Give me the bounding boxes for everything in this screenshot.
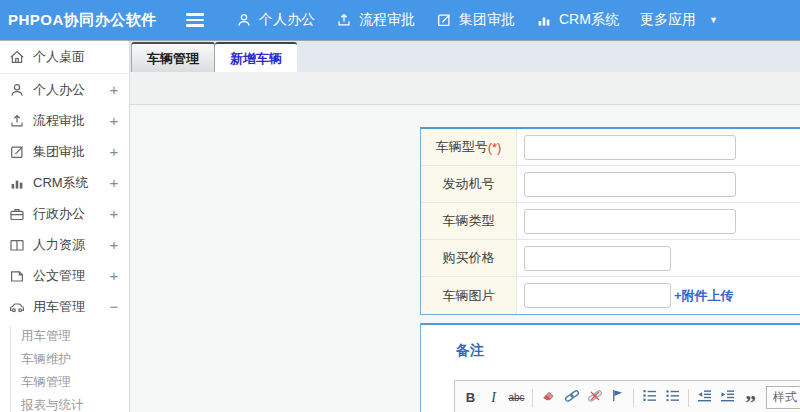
user-icon: [9, 82, 25, 98]
remove-format-button[interactable]: [537, 386, 560, 410]
home-icon: [9, 49, 25, 65]
anchor-flag-button[interactable]: [606, 386, 629, 410]
tab-vehicle-management[interactable]: 车辆管理: [131, 42, 215, 72]
strikethrough-button[interactable]: abc: [505, 386, 528, 410]
caret-down-icon[interactable]: ▼: [709, 15, 718, 25]
nav-group-approval[interactable]: 集团审批: [436, 11, 515, 29]
car-icon: [9, 299, 25, 315]
submenu-item-vehicle-management[interactable]: 车辆管理: [0, 371, 129, 394]
toolbar-separator: [688, 389, 689, 407]
toolbar-separator: [532, 389, 533, 407]
flag-icon: [610, 388, 625, 407]
richtext-editor-toolbar: B I abc: [454, 380, 800, 412]
toolbar-strip: [130, 72, 800, 105]
link-button[interactable]: [560, 386, 583, 410]
collapse-minus[interactable]: −: [108, 298, 120, 315]
sidebar-item-group-approval[interactable]: 集团审批 +: [0, 136, 129, 167]
indent-button[interactable]: [716, 386, 739, 410]
upload-icon: [9, 113, 25, 129]
expand-plus[interactable]: +: [108, 112, 120, 129]
vehicle-image-input[interactable]: [524, 283, 671, 308]
unlink-icon[interactable]: [583, 386, 606, 410]
form-row-model: 车辆型号(*): [421, 129, 800, 166]
form-row-engine: 发动机号: [421, 166, 800, 203]
bullet-list-button[interactable]: [661, 386, 684, 410]
content-area: 车辆型号(*) 发动机号 车辆类型: [130, 105, 800, 412]
sidebar-item-documents[interactable]: 公文管理 +: [0, 260, 129, 291]
remarks-title: 备注: [456, 342, 800, 360]
vehicle-submenu: 用车管理 车辆维护 车辆管理 报表与统计: [0, 322, 129, 412]
menu-toggle-button[interactable]: [186, 10, 204, 30]
app-header: PHPOA协同办公软件 个人办公 流程审批 集团审批: [0, 0, 800, 40]
remarks-section: 备注 B I abc: [420, 323, 800, 412]
expand-plus[interactable]: +: [108, 205, 120, 222]
tab-bar: 车辆管理 新增车辆: [130, 40, 800, 72]
bullet-list-icon: [665, 388, 680, 407]
expand-plus[interactable]: +: [108, 143, 120, 160]
indent-icon: [720, 388, 735, 407]
form-row-type: 车辆类型: [421, 203, 800, 240]
bar-chart-icon: [9, 175, 25, 191]
blockquote-button[interactable]: ”: [739, 386, 762, 410]
italic-button[interactable]: I: [482, 386, 505, 410]
attachment-upload-link[interactable]: +附件上传: [674, 287, 734, 305]
form-row-image: 车辆图片 +附件上传: [421, 277, 800, 314]
sidebar-item-admin-office[interactable]: 行政办公 +: [0, 198, 129, 229]
form-row-price: 购买价格: [421, 240, 800, 277]
expand-plus[interactable]: +: [108, 267, 120, 284]
tab-add-vehicle[interactable]: 新增车辆: [215, 42, 297, 72]
outdent-button[interactable]: [693, 386, 716, 410]
expand-plus[interactable]: +: [108, 81, 120, 98]
sidebar-item-hr[interactable]: 人力资源 +: [0, 229, 129, 260]
outdent-icon: [697, 388, 712, 407]
toolbar-separator: [633, 389, 634, 407]
document-icon: [9, 268, 25, 284]
field-label: 购买价格: [443, 249, 495, 267]
briefcase-icon: [9, 206, 25, 222]
sidebar-item-personal-office[interactable]: 个人办公 +: [0, 74, 129, 105]
edit-icon: [436, 12, 452, 28]
required-marker: (*): [488, 140, 502, 155]
sidebar: 个人桌面 个人办公 + 流程审批 +: [0, 40, 130, 412]
expand-plus[interactable]: +: [108, 174, 120, 191]
nav-crm-system[interactable]: CRM系统: [536, 11, 619, 29]
nav-more-apps[interactable]: 更多应用: [640, 11, 696, 29]
expand-plus[interactable]: +: [108, 236, 120, 253]
sidebar-item-crm[interactable]: CRM系统 +: [0, 167, 129, 198]
main-area: 车辆管理 新增车辆 车辆型号(*) 发动机号: [130, 40, 800, 412]
field-label: 车辆类型: [443, 212, 495, 230]
field-label: 车辆图片: [443, 287, 495, 305]
eraser-icon: [541, 388, 556, 407]
link-icon: [564, 388, 580, 408]
user-icon: [236, 12, 252, 28]
bar-chart-icon: [536, 12, 552, 28]
top-navigation: 个人办公 流程审批 集团审批 CRM系统 更多应用: [236, 11, 718, 29]
sidebar-item-process-approval[interactable]: 流程审批 +: [0, 105, 129, 136]
bold-button[interactable]: B: [459, 386, 482, 410]
nav-process-approval[interactable]: 流程审批: [336, 11, 415, 29]
app-title: PHPOA协同办公软件: [8, 11, 158, 30]
purchase-price-input[interactable]: [524, 246, 671, 271]
vehicle-model-input[interactable]: [524, 135, 736, 160]
ordered-list-icon: [642, 388, 657, 407]
upload-icon: [336, 12, 352, 28]
style-dropdown[interactable]: 样式 ▼: [766, 386, 800, 409]
field-label: 车辆型号: [436, 138, 488, 156]
field-label: 发动机号: [443, 175, 495, 193]
ordered-list-button[interactable]: [638, 386, 661, 410]
vehicle-type-input[interactable]: [524, 209, 736, 234]
submenu-item-vehicle-use[interactable]: 用车管理: [0, 325, 129, 348]
submenu-item-reports-statistics[interactable]: 报表与统计: [0, 394, 129, 412]
sidebar-item-vehicle[interactable]: 用车管理 −: [0, 291, 129, 322]
vehicle-form: 车辆型号(*) 发动机号 车辆类型: [420, 127, 800, 315]
edit-icon: [9, 144, 25, 160]
book-icon: [9, 237, 25, 253]
submenu-item-vehicle-maintenance[interactable]: 车辆维护: [0, 348, 129, 371]
engine-number-input[interactable]: [524, 172, 736, 197]
nav-personal-office[interactable]: 个人办公: [236, 11, 315, 29]
sidebar-item-desktop[interactable]: 个人桌面: [0, 40, 129, 73]
